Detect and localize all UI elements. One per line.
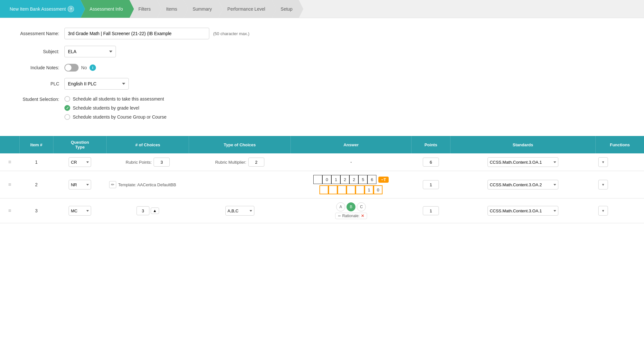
assessment-name-row: Assessment Name: (50 character max.) — [13, 28, 631, 39]
rubric-points-label: Rubric Points: — [126, 160, 152, 165]
expand-button-2[interactable]: ▾ — [598, 180, 608, 189]
student-selection-group: Schedule all students to take this asses… — [64, 96, 166, 120]
wizard-navigation: New Item Bank Assessment ? Assessment In… — [0, 0, 644, 18]
col-drag — [0, 136, 19, 153]
radio-unchecked-3 — [64, 114, 70, 120]
col-answer: Answer — [291, 136, 412, 153]
wizard-step-label: Summary — [193, 6, 212, 12]
student-option-2[interactable]: Schedule students by grade level — [64, 105, 166, 111]
items-table: Item # QuestionType # of Choices Type of… — [0, 136, 644, 223]
col-item: Item # — [19, 136, 53, 153]
nr-cell: 2 — [340, 175, 349, 184]
student-selection-label: Student Selection: — [13, 96, 64, 102]
question-type-cell-3: MCCRNR — [53, 198, 106, 223]
drag-icon-3: ≡ — [8, 208, 11, 213]
plc-label: PLC — [13, 81, 64, 86]
question-type-select-2[interactable]: NRCRMC — [69, 180, 91, 189]
mc-choice-c[interactable]: C — [357, 202, 366, 211]
answer-dash-1: - — [350, 160, 352, 165]
rubric-mult-input-1[interactable] — [248, 158, 264, 167]
student-option-1[interactable]: Schedule all students to take this asses… — [64, 96, 166, 102]
include-notes-row: Include Notes: No i — [13, 64, 631, 72]
rubric-points-input-1[interactable] — [154, 158, 170, 167]
nr-cell: 6 — [367, 175, 376, 184]
plc-row: PLC English II PLC Math PLC Science PLC — [13, 78, 631, 90]
drag-handle-2[interactable]: ≡ — [0, 171, 19, 198]
items-table-wrap: Item # QuestionType # of Choices Type of… — [0, 136, 644, 223]
standards-select-2[interactable]: CCSS.Math.Content.3.OA.2 CCSS.Math.Conte… — [488, 180, 558, 189]
wizard-step-performance-level[interactable]: Performance Level — [218, 0, 272, 18]
num-choices-cell-2: ✏ Template: AACertica DefaultBB — [107, 171, 291, 198]
standards-select-3[interactable]: CCSS.Math.Content.3.OA.1 CCSS.Math.Conte… — [488, 206, 558, 216]
nr-top-row: 0 1 2 2 5 6 — [313, 175, 376, 184]
answer-cell-2: 0 1 2 2 5 6 −T — [291, 171, 412, 198]
nr-cell — [313, 175, 322, 184]
nr-cell-orange — [337, 185, 346, 194]
points-input-2[interactable] — [423, 180, 439, 189]
standards-cell-3: CCSS.Math.Content.3.OA.1 CCSS.Math.Conte… — [450, 198, 595, 223]
wizard-step-label: New Item Bank Assessment — [10, 6, 66, 12]
item-num-2: 2 — [19, 171, 53, 198]
type-choices-select-3[interactable]: A,B,C A,B,C,D 1,2,3 — [225, 206, 254, 216]
num-choices-cell-1: Rubric Points: — [107, 153, 189, 171]
nr-cell: 5 — [358, 175, 367, 184]
col-points: Points — [412, 136, 450, 153]
include-notes-toggle[interactable] — [64, 64, 79, 72]
points-cell-3 — [412, 198, 450, 223]
standards-select-1[interactable]: CCSS.Math.Content.3.OA.1 CCSS.Math.Conte… — [488, 157, 558, 167]
nr-cell-orange: 0 — [374, 185, 383, 194]
rationale-label: Rationale: — [342, 214, 360, 218]
nr-cell-orange: 1 — [365, 185, 374, 194]
rationale-tag: ✏ Rationale: ✕ — [335, 213, 367, 219]
points-input-3[interactable] — [423, 206, 439, 215]
col-question-type: QuestionType — [53, 136, 106, 153]
radio-unchecked-1 — [64, 96, 70, 102]
subject-select[interactable]: ELA Math Science — [64, 46, 116, 57]
table-row: ≡ 1 CRMCNR Rubric Points: Rubric M — [0, 153, 644, 171]
expand-button-1[interactable]: ▾ — [598, 157, 608, 167]
drag-handle-3[interactable]: ≡ — [0, 198, 19, 223]
rationale-pencil-icon: ✏ — [338, 214, 341, 218]
drag-icon-2: ≡ — [8, 182, 11, 187]
wizard-step-summary[interactable]: Summary — [184, 0, 218, 18]
standards-cell-2: CCSS.Math.Content.3.OA.2 CCSS.Math.Conte… — [450, 171, 595, 198]
mc-choice-b[interactable]: B — [346, 202, 355, 211]
wizard-step-assessment-info[interactable]: Assessment Info — [80, 0, 129, 18]
functions-cell-2: ▾ — [596, 171, 644, 198]
standards-cell-1: CCSS.Math.Content.3.OA.1 CCSS.Math.Conte… — [450, 153, 595, 171]
wizard-step-label: Items — [166, 6, 177, 12]
template-pencil-icon[interactable]: ✏ — [109, 181, 116, 188]
nr-cell-orange — [355, 185, 365, 194]
num-choices-up-3[interactable]: ▲ — [151, 208, 159, 214]
rationale-close-icon[interactable]: ✕ — [361, 214, 364, 218]
col-num-choices: # of Choices — [107, 136, 189, 153]
question-type-select-3[interactable]: MCCRNR — [69, 206, 91, 216]
info-icon[interactable]: i — [90, 64, 96, 71]
char-limit: (50 character max.) — [213, 31, 250, 36]
table-row: ≡ 2 NRCRMC ✏ Template: AACertica Default… — [0, 171, 644, 198]
functions-cell-3: ▾ — [596, 198, 644, 223]
form-area: Assessment Name: (50 character max.) Sub… — [0, 18, 644, 133]
template-wrap-2: ✏ Template: AACertica DefaultBB — [109, 181, 288, 188]
points-input-1[interactable] — [423, 158, 439, 167]
num-choices-input-3[interactable] — [137, 206, 149, 215]
toggle-state-label: No — [81, 65, 87, 70]
wizard-step-label: Setup — [281, 6, 293, 12]
help-icon[interactable]: ? — [68, 6, 74, 12]
drag-handle-1[interactable]: ≡ — [0, 153, 19, 171]
assessment-name-input[interactable] — [64, 28, 209, 39]
item-num-1: 1 — [19, 153, 53, 171]
student-option-3[interactable]: Schedule students by Course Group or Cou… — [64, 114, 166, 120]
mc-choice-a[interactable]: A — [336, 202, 345, 211]
radio-label-2: Schedule students by grade level — [73, 105, 139, 111]
points-cell-2 — [412, 171, 450, 198]
question-type-select-1[interactable]: CRMCNR — [69, 157, 91, 167]
subject-row: Subject: ELA Math Science — [13, 46, 631, 57]
plc-select[interactable]: English II PLC Math PLC Science PLC — [64, 78, 129, 90]
wizard-step-new-item-bank[interactable]: New Item Bank Assessment ? — [0, 0, 80, 18]
wizard-step-label: Performance Level — [227, 6, 265, 12]
nr-cell-orange — [319, 185, 328, 194]
expand-button-3[interactable]: ▾ — [598, 206, 608, 216]
orange-t-button[interactable]: −T — [378, 177, 389, 183]
answer-cell-3: A B C ✏ Rationale: ✕ — [291, 198, 412, 223]
